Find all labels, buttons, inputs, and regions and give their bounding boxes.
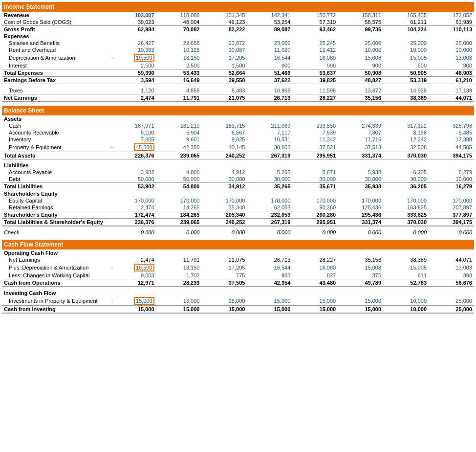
- table-row: Investing Cash Flow: [2, 290, 474, 296]
- cash-from-inv-y5: 15,000: [292, 305, 338, 313]
- table-row: Cost of Goods Sold (COGS) 39,023 48,004 …: [2, 19, 474, 26]
- table-row: Liabilities: [2, 162, 474, 169]
- interest-y2: 2,500: [156, 62, 202, 69]
- property-y1: 45,500: [111, 143, 156, 152]
- retained-y3: 35,340: [201, 204, 247, 211]
- cogs-y5: 57,310: [292, 19, 338, 26]
- total-l-se-label: Total Liabilities & Shareholder's Equity: [2, 219, 111, 226]
- table-row: Total Liabilities 53,902 54,800 34,912 3…: [2, 183, 474, 190]
- net-earnings-is-y7: 38,389: [383, 94, 429, 102]
- rent-y4: 11,020: [247, 46, 292, 53]
- salaries-label: Salaries and Benefits: [2, 40, 111, 46]
- less-wc-y2: 1,702: [156, 272, 202, 279]
- depreciation-y7: 15,005: [383, 53, 429, 62]
- taxes-y6: 13,672: [338, 87, 383, 94]
- assets-subheader: Assets: [2, 115, 111, 122]
- debt-y8: 10,000: [429, 176, 474, 183]
- check-y5: 0.000: [292, 229, 338, 236]
- inv-property-label: → Investments in Property & Equipment: [2, 296, 111, 306]
- total-expenses-y1: 59,390: [111, 69, 156, 77]
- total-assets-y7: 370,030: [383, 152, 429, 159]
- section-spacer: [2, 236, 474, 240]
- ar-y2: 5,904: [156, 129, 202, 136]
- property-y2: 42,350: [156, 143, 202, 152]
- table-row: Rent and Overhead 10,963 10,125 10,087 1…: [2, 46, 474, 53]
- table-row: Taxes 1,120 4,858 8,483 10,908 11,598 13…: [2, 87, 474, 94]
- cogs-y6: 58,575: [338, 19, 383, 26]
- property-y3: 40,145: [201, 143, 247, 152]
- inv-property-y3: 15,000: [201, 296, 247, 306]
- gross-profit-y3: 82,222: [201, 26, 247, 33]
- ar-y7: 8,158: [383, 129, 429, 136]
- debt-y7: 30,000: [383, 176, 429, 183]
- ap-y2: 4,800: [156, 169, 202, 176]
- se-y3: 205,340: [201, 211, 247, 219]
- ar-label: Accounts Receivable: [2, 129, 111, 136]
- se-y8: 377,897: [429, 211, 474, 219]
- se-total-label: Shareholder's Equity: [2, 211, 111, 219]
- interest-label: Interest: [2, 62, 111, 69]
- revenue-y5: 150,772: [292, 12, 338, 19]
- total-expenses-y5: 53,637: [292, 69, 338, 77]
- cash-from-ops-y2: 28,239: [156, 279, 202, 287]
- ap-y7: 6,205: [383, 169, 429, 176]
- ar-y6: 7,807: [338, 129, 383, 136]
- cash-from-inv-y8: 25,000: [429, 305, 474, 313]
- table-row: Shareholder's Equity: [2, 190, 474, 198]
- ar-y5: 7,539: [292, 129, 338, 136]
- cash-from-ops-y6: 49,789: [338, 279, 383, 287]
- retained-y8: 207,897: [429, 204, 474, 211]
- ebt-y2: 16,649: [156, 77, 202, 84]
- plus-da-cf-y8: 13,003: [429, 263, 474, 272]
- debt-y5: 30,000: [292, 176, 338, 183]
- property-y6: 37,513: [338, 143, 383, 152]
- ar-y8: 8,485: [429, 129, 474, 136]
- retained-earnings-label: Retained Earnings: [2, 204, 111, 211]
- less-wc-y5: 827: [292, 272, 338, 279]
- inventory-y1: 7,805: [111, 136, 156, 143]
- interest-y8: 900: [429, 62, 474, 69]
- salaries-y8: 25,000: [429, 40, 474, 46]
- financial-table: Income Statement Reveneue 102,007 118,08…: [2, 2, 474, 314]
- highlight-inv-prop-y1: 15,000: [134, 297, 154, 305]
- total-l-se-y2: 239,065: [156, 219, 202, 226]
- table-row: Shareholder's Equity 172,474 184,265 205…: [2, 211, 474, 219]
- cash-y8: 328,798: [429, 122, 474, 129]
- debt-y6: 30,000: [338, 176, 383, 183]
- table-row: Accounts Payable 3,902 4,800 4,912 5,265…: [2, 169, 474, 176]
- less-wc-y1: 9,003: [111, 272, 156, 279]
- inventory-y4: 10,531: [247, 136, 292, 143]
- total-liabilities-y1: 53,902: [111, 183, 156, 190]
- ar-y3: 6,567: [201, 129, 247, 136]
- plus-da-cf-label: → Plus: Depreciation & Amortization: [2, 263, 111, 272]
- net-earnings-is-y1: 2,474: [111, 94, 156, 102]
- net-earnings-cf-y3: 21,075: [201, 256, 247, 263]
- total-l-se-y1: 226,376: [111, 219, 156, 226]
- cash-from-inv-y1: 15,000: [111, 305, 156, 313]
- table-row: → Plus: Depreciation & Amortization 19,5…: [2, 263, 474, 272]
- cash-flow-header: Cash Flow Statement: [2, 240, 474, 249]
- equity-capital-y7: 170,000: [383, 197, 429, 204]
- cash-y2: 181,210: [156, 122, 202, 129]
- equity-capital-y3: 170,000: [201, 197, 247, 204]
- net-earnings-cf-y8: 44,071: [429, 256, 474, 263]
- inventory-y5: 11,342: [292, 136, 338, 143]
- table-row: Salaries and Benefits 26,427 22,658 23,8…: [2, 40, 474, 46]
- section-spacer: [2, 102, 474, 106]
- check-y1: 0.000: [111, 229, 156, 236]
- se-y5: 260,280: [292, 211, 338, 219]
- check-label: Check: [2, 229, 111, 236]
- table-row: Accounts Receivable 5,100 5,904 6,567 7,…: [2, 129, 474, 136]
- retained-y1: 2,474: [111, 204, 156, 211]
- cogs-y7: 61,211: [383, 19, 429, 26]
- depreciation-y3: 17,205: [201, 53, 247, 62]
- taxes-y3: 8,483: [201, 87, 247, 94]
- se-y1: 172,474: [111, 211, 156, 219]
- retained-y5: 90,280: [292, 204, 338, 211]
- highlight-depreciation-y1: 19,500: [134, 54, 154, 62]
- table-row: Total Liabilities & Shareholder's Equity…: [2, 219, 474, 226]
- depreciation-y4: 16,544: [247, 53, 292, 62]
- table-row: Expenses: [2, 33, 474, 40]
- balance-sheet-header: Balance Sheet: [2, 106, 474, 115]
- cash-from-inv-y7: 10,000: [383, 305, 429, 313]
